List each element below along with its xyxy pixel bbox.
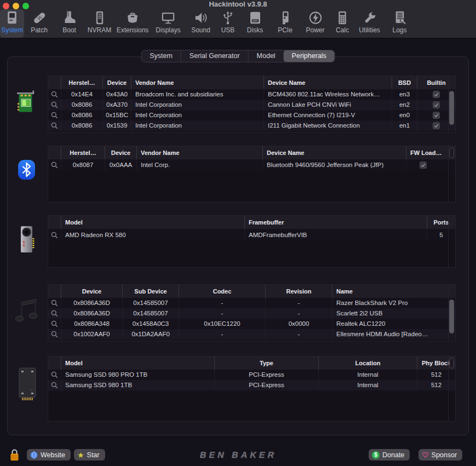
table-row[interactable]: AMD Radeon RX 580 AMDFramebufferVIB 5 xyxy=(48,229,455,241)
tab-serial-generator[interactable]: Serial Generator xyxy=(181,50,248,62)
tab-peripherals[interactable]: Peripherals xyxy=(284,50,335,62)
scrollbar-thumb[interactable] xyxy=(449,358,454,369)
toolbar-item-nvram[interactable]: NVRAM xyxy=(84,9,114,38)
table-row[interactable]: Samsung SSD 980 1TB PCI-Express Internal… xyxy=(48,380,455,390)
sponsor-button[interactable]: ♡ Sponsor xyxy=(418,449,462,461)
scrollbar-thumb[interactable] xyxy=(449,147,454,158)
magnifier-icon[interactable] xyxy=(51,101,58,108)
magnifier-icon[interactable] xyxy=(51,162,58,169)
builtin-checkbox[interactable] xyxy=(433,122,440,129)
magnifier-icon[interactable] xyxy=(51,112,58,119)
sponsor-button-label: Sponsor xyxy=(432,451,457,459)
magnifier-icon[interactable] xyxy=(51,91,58,98)
toolbar-item-logs[interactable]: Logs xyxy=(385,9,415,38)
builtin-checkbox[interactable] xyxy=(433,91,440,98)
scrollbar-thumb[interactable] xyxy=(449,91,454,125)
star-button[interactable]: ★ Star xyxy=(74,449,105,461)
column-header[interactable]: Vendor Name xyxy=(136,146,262,159)
table-row[interactable]: 0x8086 0x1539 Intel Corporation I211 Gig… xyxy=(48,120,455,131)
music-notes-icon xyxy=(15,296,39,323)
magnifier-icon[interactable] xyxy=(51,232,58,239)
column-header[interactable]: Location xyxy=(318,356,417,370)
table-row[interactable]: 0x8086A36D 0x14585007 - - Scarlett 2i2 U… xyxy=(48,308,455,319)
builtin-checkbox[interactable] xyxy=(433,112,440,119)
scrollbar-track[interactable] xyxy=(448,146,455,202)
column-header[interactable]: Device xyxy=(102,76,131,89)
toolbar-item-label: Patch xyxy=(31,26,48,34)
column-header[interactable]: Model xyxy=(61,356,214,370)
check-icon xyxy=(420,162,426,168)
toolbar-item-label: Calc xyxy=(336,26,349,34)
column-header[interactable]: Herstel… xyxy=(61,76,102,89)
toolbar-item-label: Displays xyxy=(156,26,180,34)
toolbar-item-usb[interactable]: USB xyxy=(216,9,240,38)
toolbar-item-system[interactable]: System xyxy=(0,9,24,38)
tab-model[interactable]: Model xyxy=(248,50,284,62)
ben-baker-logo: BEN BAKER xyxy=(199,450,278,460)
column-header[interactable]: Device Name xyxy=(263,76,392,89)
magnifier-icon[interactable] xyxy=(51,310,58,317)
fw-loaded-checkbox[interactable] xyxy=(420,162,427,169)
table-row[interactable]: 0x1002AAF0 0x1DA2AAF0 - - Ellesmere HDMI… xyxy=(48,329,455,340)
toolbar-item-displays[interactable]: Displays xyxy=(151,9,186,38)
column-header[interactable]: Sub Device xyxy=(122,285,179,298)
close-window-button[interactable] xyxy=(3,3,9,9)
table-row[interactable]: 0x8086 0x15BC Intel Corporation Ethernet… xyxy=(48,110,455,120)
scrollbar-track[interactable] xyxy=(448,285,455,341)
website-button[interactable]: Website xyxy=(27,449,71,461)
peripherals-tabbar: System Serial Generator Model Peripheral… xyxy=(141,50,335,62)
table-row[interactable]: 0x8087 0x0AAA Intel Corp. Bluetooth 9460… xyxy=(48,159,455,171)
column-header[interactable]: Vendor Name xyxy=(131,76,263,89)
magnifier-icon[interactable] xyxy=(51,331,58,338)
column-header[interactable]: Codec xyxy=(179,285,265,298)
table-row[interactable]: 0x14E4 0x43A0 Broadcom Inc. and subsidia… xyxy=(48,89,455,100)
scrollbar-thumb[interactable] xyxy=(449,300,454,333)
toolbar-item-patch[interactable]: Patch xyxy=(24,9,54,38)
toolbar-item-sound[interactable]: Sound xyxy=(186,9,216,38)
magnifier-icon[interactable] xyxy=(51,371,58,378)
toolbar-item-extensions[interactable]: Extensions xyxy=(114,9,151,38)
magnifier-icon[interactable] xyxy=(51,122,58,129)
column-header[interactable]: Model xyxy=(61,216,244,229)
column-header[interactable]: Device Name xyxy=(262,146,406,159)
toolbar-item-pcie[interactable]: PCIe xyxy=(270,9,300,38)
builtin-checkbox[interactable] xyxy=(433,101,440,108)
column-header[interactable]: Type xyxy=(214,356,318,370)
toolbar-item-power[interactable]: Power xyxy=(300,9,330,38)
toolbar-item-disks[interactable]: Disks xyxy=(240,9,270,38)
table-row[interactable]: 0x8086 0xA370 Intel Corporation Cannon L… xyxy=(48,100,455,110)
toolbar-item-label: Extensions xyxy=(117,26,149,34)
scrollbar-track[interactable] xyxy=(448,356,455,421)
toolbar-item-calc[interactable]: Calc xyxy=(330,9,354,38)
minimize-window-button[interactable] xyxy=(13,3,19,9)
scrollbar-track[interactable] xyxy=(448,216,455,267)
column-header[interactable]: Name xyxy=(332,285,455,298)
magnifier-icon[interactable] xyxy=(51,320,58,327)
zoom-window-button[interactable] xyxy=(22,3,29,9)
magnifier-icon[interactable] xyxy=(51,300,58,307)
column-header[interactable]: Device xyxy=(105,146,136,159)
pcie-card-icon xyxy=(277,10,294,25)
scrollbar-track[interactable] xyxy=(448,76,455,132)
column-header[interactable]: BSD xyxy=(392,76,417,89)
table-row[interactable]: 0x8086A348 0x1458A0C3 0x10EC1220 0x0000 … xyxy=(48,319,455,329)
toolbar-item-label: Sound xyxy=(191,26,210,34)
globe-icon xyxy=(30,451,38,459)
power-bolt-icon xyxy=(307,10,324,25)
toolbar-item-utilities[interactable]: Utilities xyxy=(354,9,385,38)
disk-devices-table: Model Type Location Phy Block Samsung SS… xyxy=(48,356,456,422)
column-header[interactable]: Framebuffer xyxy=(244,216,427,229)
classic-mac-icon xyxy=(4,10,20,25)
column-header[interactable]: Device xyxy=(61,285,122,298)
toolbar-item-boot[interactable]: Boot xyxy=(54,9,84,38)
column-header[interactable]: Revision xyxy=(265,285,332,298)
boot-icon xyxy=(61,10,78,25)
magnifier-icon[interactable] xyxy=(51,382,58,389)
table-row[interactable]: Samsung SSD 980 PRO 1TB PCI-Express Inte… xyxy=(48,370,455,380)
column-header[interactable]: Herstel… xyxy=(61,146,105,159)
tab-system[interactable]: System xyxy=(141,50,181,62)
table-row[interactable]: 0x8086A36D 0x14585007 - - Razer BlackSha… xyxy=(48,298,455,308)
donate-button[interactable]: $ Donate xyxy=(369,449,410,461)
check-icon xyxy=(433,102,439,108)
ssd-icon xyxy=(19,367,36,401)
